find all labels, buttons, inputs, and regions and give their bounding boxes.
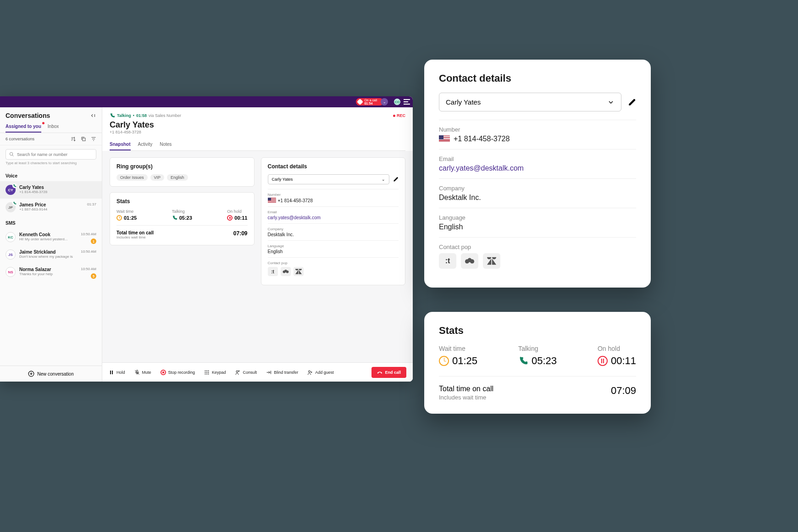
- search-icon: [9, 152, 14, 157]
- pause-icon: [598, 356, 608, 366]
- end-call-button[interactable]: End call: [371, 367, 406, 378]
- user-avatar[interactable]: CO: [393, 98, 401, 105]
- chevron-down-icon: ⌄: [382, 177, 385, 182]
- copy-icon[interactable]: [81, 136, 86, 142]
- svg-rect-6: [110, 371, 111, 374]
- mute-button[interactable]: Mute: [134, 370, 151, 375]
- stop-recording-button[interactable]: Stop recording: [161, 370, 195, 375]
- chip[interactable]: VIP: [150, 174, 165, 181]
- svg-point-11: [208, 370, 209, 371]
- conversation-item[interactable]: CYCarly Yates+1 814-458-3728: [0, 181, 102, 199]
- conversation-item[interactable]: KCKenneth CookHi! My order arrived yeste…: [0, 228, 102, 246]
- svg-point-16: [206, 373, 207, 374]
- phone-icon: [357, 99, 363, 105]
- stats-card: Stats Wait time01:25 Talking05:23 On hol…: [110, 192, 255, 245]
- avatar: NS: [6, 267, 16, 277]
- us-flag-icon: [268, 198, 276, 203]
- unread-badge: 5: [91, 273, 96, 279]
- stats-overlay: Stats Wait time01:25 Talking05:23 On hol…: [424, 312, 651, 414]
- contact-details-overlay: Contact details Carly Yates Number+1 814…: [424, 60, 651, 288]
- phone-icon: [172, 215, 177, 221]
- contact-select[interactable]: Carly Yates⌄: [268, 174, 390, 184]
- collapse-icon[interactable]: [90, 112, 96, 119]
- tab-notes[interactable]: Notes: [160, 139, 172, 150]
- phone-hangup-icon: [377, 370, 382, 375]
- integration-salesforce-icon[interactable]: [281, 267, 291, 276]
- phone-badge-icon: [12, 183, 17, 188]
- filter-icon[interactable]: [91, 136, 96, 142]
- avatar: JS: [6, 249, 16, 260]
- chip[interactable]: Order Issues: [116, 174, 148, 181]
- keypad-button[interactable]: Keypad: [204, 370, 226, 375]
- email-link[interactable]: carly.yates@desktalk.com: [268, 215, 399, 220]
- chevron-down-icon[interactable]: ⌄: [381, 98, 388, 105]
- sidebar-title: Conversations: [6, 112, 50, 119]
- conversation-item[interactable]: JSJaime StricklandDon't know where my pa…: [0, 246, 102, 263]
- conversation-item[interactable]: JPJames Price+1 887-663-914401:37: [0, 199, 102, 216]
- svg-point-1: [10, 152, 12, 155]
- notification-dot: [42, 122, 44, 124]
- integration-salesforce-icon[interactable]: [461, 253, 478, 269]
- sidebar: Conversations Assigned to you Inbox 6 co…: [0, 107, 102, 382]
- contact-details-card: Contact details Carly Yates⌄ Number+1 81…: [261, 157, 406, 285]
- phone-badge-icon: [12, 201, 17, 205]
- clock-icon: [116, 215, 122, 221]
- svg-point-14: [208, 372, 209, 373]
- email-link[interactable]: carly.yates@desktalk.com: [439, 164, 636, 172]
- pause-icon: [227, 215, 233, 221]
- svg-point-5: [286, 271, 288, 273]
- integration-zendesk-icon[interactable]: [294, 267, 304, 276]
- clock-icon: [439, 356, 449, 366]
- svg-point-9: [205, 370, 206, 371]
- record-icon: [161, 370, 166, 375]
- svg-point-13: [206, 372, 207, 373]
- topbar: On a call01:54 ⌄ CO: [0, 96, 413, 107]
- chip[interactable]: English: [167, 174, 188, 181]
- avatar: JP: [6, 202, 16, 212]
- pencil-icon[interactable]: [393, 177, 399, 182]
- consult-button[interactable]: Consult: [235, 370, 257, 375]
- svg-rect-0: [83, 138, 85, 141]
- us-flag-icon: [439, 135, 450, 143]
- svg-point-15: [205, 373, 206, 374]
- blind-transfer-button[interactable]: Blind transfer: [266, 370, 298, 375]
- avatar: CY: [6, 185, 16, 195]
- search-input[interactable]: [6, 149, 96, 160]
- svg-point-12: [205, 372, 206, 373]
- phone-icon: [518, 356, 528, 366]
- search-hint: Type at least 3 characters to start sear…: [0, 161, 102, 169]
- tab-inbox[interactable]: Inbox: [48, 121, 59, 133]
- conversation-item[interactable]: NSNorma SalazarThanks for your help10:50…: [0, 263, 102, 281]
- svg-point-17: [208, 373, 209, 374]
- integration-talkdesk-icon[interactable]: :t: [268, 267, 278, 276]
- add-guest-button[interactable]: Add guest: [307, 370, 334, 375]
- sort-icon[interactable]: [71, 136, 76, 142]
- rec-indicator: REC: [393, 113, 405, 118]
- contact-select[interactable]: Carly Yates: [439, 93, 621, 111]
- ring-groups-card: Ring group(s) Order Issues VIP English: [110, 157, 255, 187]
- phone-icon: [110, 113, 115, 118]
- call-bar: Hold Mute Stop recording Keypad Consult …: [102, 362, 413, 382]
- pencil-icon[interactable]: [628, 98, 636, 106]
- voice-section-label: Voice: [0, 169, 102, 181]
- tab-assigned[interactable]: Assigned to you: [6, 121, 41, 133]
- call-status-pill[interactable]: On a call01:54 ⌄: [356, 98, 383, 105]
- sms-section-label: SMS: [0, 216, 102, 228]
- hold-button[interactable]: Hold: [109, 370, 125, 375]
- integration-zendesk-icon[interactable]: [483, 253, 500, 269]
- conversation-count: 6 conversations: [6, 137, 34, 141]
- svg-point-10: [206, 370, 207, 371]
- tab-snapshot[interactable]: Snapshot: [110, 139, 131, 150]
- svg-rect-7: [112, 371, 113, 374]
- chevron-down-icon: [607, 99, 615, 106]
- integration-talkdesk-icon[interactable]: :t: [439, 253, 456, 269]
- menu-icon[interactable]: [404, 99, 410, 105]
- new-conversation-button[interactable]: New conversation: [0, 366, 102, 382]
- unread-badge: 1: [91, 238, 96, 244]
- avatar: KC: [6, 232, 16, 242]
- contact-name: Carly Yates: [110, 120, 405, 130]
- tab-activity[interactable]: Activity: [138, 139, 153, 150]
- svg-point-18: [236, 371, 238, 372]
- svg-point-22: [470, 259, 474, 263]
- app-window: On a call01:54 ⌄ CO Conversations Assign…: [0, 96, 413, 382]
